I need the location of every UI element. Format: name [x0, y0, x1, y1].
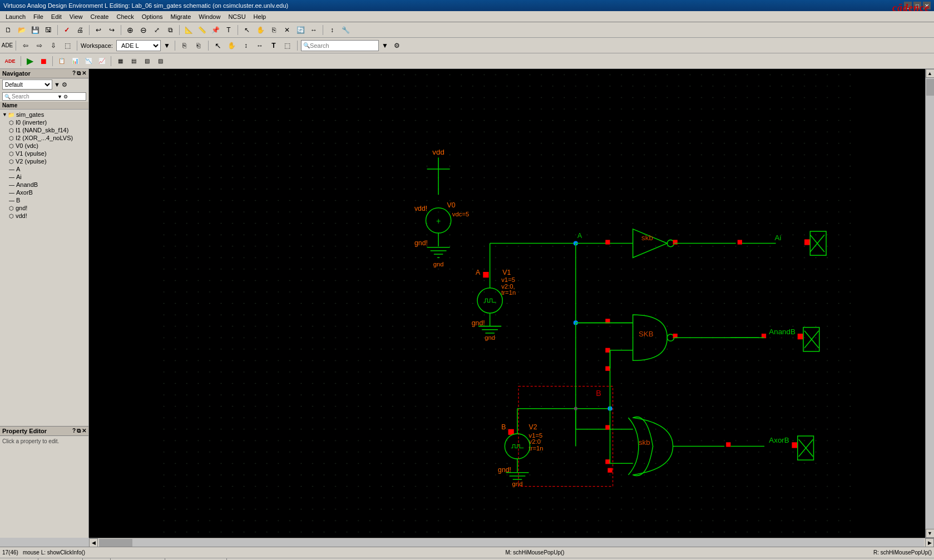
sim-annotate4[interactable]: ▨ — [154, 55, 166, 67]
menu-view[interactable]: View — [66, 13, 86, 21]
prop-close-icon[interactable]: ✕ — [82, 428, 86, 434]
menu-help[interactable]: Help — [250, 13, 270, 21]
move-button[interactable]: ✋ — [254, 24, 266, 36]
redo-button[interactable]: ↪ — [106, 24, 118, 36]
sim-outputs3[interactable]: 📈 — [96, 55, 108, 67]
tb2-arrow[interactable]: ↕ — [240, 39, 252, 52]
save-button[interactable]: 💾 — [29, 24, 41, 36]
menu-launch[interactable]: Launch — [2, 13, 29, 21]
tb2-move[interactable]: ✋ — [226, 39, 238, 52]
zoom-out-button[interactable]: ⊖ — [137, 24, 150, 36]
open-button[interactable]: 📂 — [16, 24, 28, 36]
menu-edit[interactable]: Edit — [48, 13, 65, 21]
search-options[interactable]: ⚙ — [391, 39, 403, 52]
nav-tree-item-Ai[interactable]: —Ai — [0, 173, 88, 181]
undo-button[interactable]: ↩ — [92, 24, 105, 36]
tb2-btn3[interactable]: ⇨ — [33, 39, 46, 52]
select-button[interactable]: ↖ — [241, 24, 253, 36]
nav-tree-item-AnandB[interactable]: —AnandB — [0, 181, 88, 189]
nav-search-dropdown-icon[interactable]: ▼ — [57, 94, 62, 100]
sim-run[interactable]: ▶ — [24, 55, 36, 67]
sim-netlist[interactable]: 📋 — [56, 55, 68, 67]
menu-migrate[interactable]: Migrate — [167, 13, 195, 21]
nav-tree-item-B[interactable]: —B — [0, 196, 88, 204]
nav-search-clear-icon[interactable]: ⚙ — [63, 94, 68, 100]
nav-tree-item-vdd![interactable]: ⬡vdd! — [0, 212, 88, 220]
workspace-select[interactable]: ADE L — [116, 40, 161, 51]
scroll-up-arrow[interactable]: ▲ — [926, 69, 935, 78]
stretch-button[interactable]: ↕ — [326, 24, 338, 36]
prop-help-icon[interactable]: ? — [72, 428, 76, 434]
menu-window[interactable]: Window — [195, 13, 224, 21]
menu-options[interactable]: Options — [139, 13, 166, 21]
right-scrollbar[interactable]: ▲ ▼ — [925, 69, 934, 538]
wire-button[interactable]: 📏 — [196, 24, 208, 36]
scroll-thumb[interactable] — [926, 79, 934, 96]
delete-button[interactable]: ✕ — [281, 24, 293, 36]
menu-check[interactable]: Check — [113, 13, 137, 21]
sim-annotate2[interactable]: ▤ — [127, 55, 140, 67]
hscroll-track[interactable] — [99, 539, 924, 547]
menu-create[interactable]: Create — [87, 13, 112, 21]
nav-help-icon[interactable]: ? — [72, 70, 76, 77]
scroll-left-arrow[interactable]: ◀ — [89, 538, 98, 547]
nav-tree-item-V1_vpulse[interactable]: ⬡V1 (vpulse) — [0, 150, 88, 157]
tb2-icon2[interactable]: ⎗ — [192, 39, 205, 52]
sim-annotate3[interactable]: ▧ — [141, 55, 153, 67]
tb2-T[interactable]: T — [268, 39, 280, 52]
scroll-down-arrow[interactable]: ▼ — [926, 529, 935, 538]
zoom-fit-button[interactable]: ⤢ — [151, 24, 163, 36]
nav-tree-item-sim_gates[interactable]: ▼📁sim_gates — [0, 111, 88, 118]
nav-search-input[interactable] — [12, 93, 56, 100]
new-button[interactable]: 🗋 — [2, 24, 14, 36]
scroll-right-arrow[interactable]: ▶ — [925, 538, 934, 547]
rotate-button[interactable]: 🔄 — [294, 24, 307, 36]
nav-filter-settings-icon[interactable]: ⚙ — [62, 81, 67, 88]
sim-stop[interactable]: ⏹ — [37, 55, 50, 67]
save-as-button[interactable]: 🖫 — [42, 24, 55, 36]
label-button[interactable]: T — [223, 24, 235, 36]
nav-tree-item-I1_NAND[interactable]: ⬡I1 (NAND_skb_f14) — [0, 126, 88, 134]
pin-button[interactable]: 📌 — [209, 24, 221, 36]
menu-ncsu[interactable]: NCSU — [225, 13, 249, 21]
props-button[interactable]: 🔧 — [339, 24, 352, 36]
workspace-dropdown[interactable]: ▼ — [162, 39, 171, 52]
mirror-button[interactable]: ↔ — [308, 24, 320, 36]
nav-tree-item-A[interactable]: —A — [0, 165, 88, 173]
search-input[interactable] — [310, 42, 377, 49]
nav-filter-select[interactable]: Default — [2, 80, 52, 90]
tb2-btn4[interactable]: ⇩ — [47, 39, 60, 52]
nav-tree-item-I2_XOR[interactable]: ⬡I2 (XOR_...4_noLVS) — [0, 134, 88, 142]
nav-tree-item-I0_inverter[interactable]: ⬡I0 (inverter) — [0, 118, 88, 126]
tb2-btn1[interactable]: ADE — [2, 41, 12, 51]
prop-detach-icon[interactable]: ⧉ — [77, 428, 81, 434]
tb2-btn2[interactable]: ⇦ — [19, 39, 32, 52]
canvas-area[interactable]: vdd vdd! V0 + vdc=5 gnd! gnd — [89, 69, 925, 538]
tb2-box[interactable]: ⬚ — [281, 39, 294, 52]
menu-file[interactable]: File — [30, 13, 47, 21]
sim-outputs[interactable]: 📊 — [69, 55, 81, 67]
nav-tree-item-AxorB[interactable]: —AxorB — [0, 189, 88, 196]
zoom-box-button[interactable]: ⧉ — [164, 24, 176, 36]
tb2-btn5[interactable]: ⬚ — [61, 39, 73, 52]
instance-button[interactable]: 📐 — [182, 24, 195, 36]
sim-annotate[interactable]: ▦ — [114, 55, 126, 67]
sim-outputs2[interactable]: 📉 — [82, 55, 95, 67]
nav-tree-item-gnd![interactable]: ⬡gnd! — [0, 204, 88, 212]
nav-detach-icon[interactable]: ⧉ — [77, 70, 81, 77]
nav-close-icon[interactable]: ✕ — [82, 70, 86, 77]
nav-tree-item-V2_vpulse[interactable]: ⬡V2 (vpulse) — [0, 157, 88, 165]
nav-filter-dropdown-icon[interactable]: ▼ — [54, 81, 60, 88]
bottom-scrollbar[interactable]: ◀ ▶ — [89, 538, 934, 547]
check-button[interactable]: ✓ — [61, 24, 73, 36]
hscroll-thumb[interactable] — [99, 539, 132, 547]
tb2-select[interactable]: ↖ — [212, 39, 224, 52]
print-button[interactable]: 🖨 — [74, 24, 86, 36]
sim-ade[interactable]: ADE — [2, 55, 18, 67]
zoom-in-button[interactable]: ⊕ — [124, 24, 136, 36]
tb2-move2[interactable]: ↔ — [254, 39, 266, 52]
nav-tree-item-V0_vdc[interactable]: ⬡V0 (vdc) — [0, 142, 88, 150]
search-dropdown[interactable]: ▼ — [380, 39, 389, 52]
tb2-icon1[interactable]: ⎘ — [179, 39, 191, 52]
copy-button[interactable]: ⎘ — [268, 24, 280, 36]
